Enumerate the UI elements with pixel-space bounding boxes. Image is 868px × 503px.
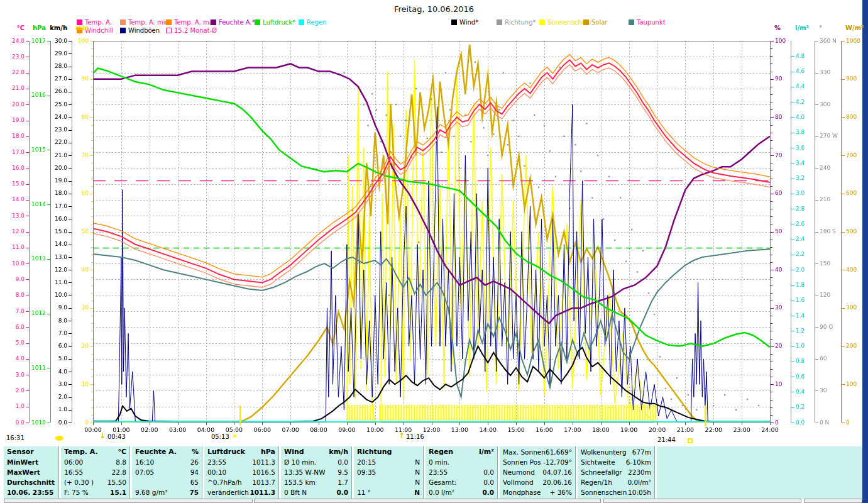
axis-tick-label: 120 [820,292,830,298]
axis-tick-label: 14.0 [1,197,25,202]
moonrise-time-label: 11:16 [406,433,424,440]
legend-swatch [166,28,172,33]
axis-tick-label: 18.0 [43,191,67,196]
axis-tick-label: 12.0 [1,229,25,235]
table-divider [129,446,130,499]
x-axis-tick [404,423,404,425]
axis-unit-min: min [65,25,89,31]
legend-item: Richtung* [497,19,536,26]
axis-tick-label: 300 [846,305,857,311]
x-axis-tick [459,423,460,425]
axis-tick [791,102,794,102]
sunset-time-label: 21:44 [657,436,676,443]
x-axis-tick [657,423,658,425]
axis-tick-label: 330 [820,70,830,75]
axis-minor-tick [91,392,93,392]
axis-minor-tick [91,87,93,87]
axis-tick [26,263,29,264]
axis-minor-tick [771,293,772,294]
table-cell: 15.50 [61,478,126,486]
axis-minor-tick [91,64,93,64]
moon-event-time-label: 16:31 [6,434,25,441]
axis-tick [69,219,72,219]
axis-tick-label: 210 [820,197,830,202]
axis-tick [90,79,93,80]
axis-unit-W/m²: W/m² [845,25,864,31]
axis-tick-label: 30.0 [43,38,67,44]
axis-tick-label: 11.0 [1,245,25,250]
axis-tick [791,270,794,270]
legend-label: Windböen [128,27,160,34]
table-cell: 61,669° [500,448,572,456]
table-cell: 1.7 [281,478,348,486]
legend-label: Taupunkt [637,19,666,26]
axis-minor-tick [771,255,772,255]
axis-minor-tick [91,102,93,102]
axis-tick-label: 1.4 [796,313,805,319]
axis-tick-label: 22.0 [1,70,25,75]
axis-tick-label: 0.0 [1,420,25,426]
table-cell: 04.07.16 [500,468,572,476]
axis-tick [791,407,794,408]
axis-tick [69,359,72,360]
axis-tick [69,168,72,169]
axis-tick-label: 0 [846,420,850,426]
axis-tick-label: 6.0 [43,343,67,349]
table-cell: 2230m [578,468,651,476]
axis-tick-label: 9.0 [43,305,67,311]
legend-label: Temp. A. [85,19,112,26]
axis-tick [47,150,50,150]
axis-tick [791,133,794,133]
x-axis-tick [206,423,207,425]
x-axis-label: 23:00 [728,426,755,433]
x-axis-label: 14:00 [474,426,502,433]
axis-minor-tick [91,148,93,148]
axis-minor-tick [771,87,772,87]
axis-minor-tick [771,331,772,331]
axis-tick [815,73,818,74]
axis-tick-label: 3.0 [1,372,25,378]
chart-canvas [93,41,770,423]
axis-tick-label: 16.0 [43,216,67,222]
axis-tick-label: 21.0 [1,86,25,91]
axis-tick-label: 17.0 [1,150,25,155]
axis-minor-tick [91,277,93,278]
axis-tick [791,56,794,57]
axis-tick-label: 20 [65,343,89,349]
axis-tick-label: 4.0 [43,369,67,375]
legend-swatch [497,19,502,25]
axis-tick [842,384,845,385]
axis-minor-tick [91,240,93,240]
axis-minor-tick [91,170,93,171]
axis-tick-label: 500 [846,229,857,235]
legend-item: Luftdruck* [255,19,295,26]
table-cell: 10.06. 23:55 [7,489,53,496]
axis-tick [842,79,845,80]
moonrise-time: 11:16 [406,433,424,440]
axis-tick-label: 60 [65,191,89,196]
axis-tick-label: 1.2 [796,328,805,334]
axis-tick-label: 40 [65,267,89,273]
axis-tick-label: 3.4 [796,160,805,166]
axis-tick [791,224,794,224]
axis-tick [26,359,29,360]
axis-tick [815,390,818,391]
x-axis-tick [150,423,150,425]
table-divider [202,446,202,499]
axis-minor-tick [771,369,772,370]
axis-tick-label: 4.6 [796,69,805,74]
table-cell: 9.5 [281,468,348,476]
axis-tick [26,184,29,185]
moonset-time-label: 00:43 [107,433,126,440]
axis-minor-tick [771,163,772,163]
x-axis-tick [713,423,714,425]
legend-swatch [451,19,457,25]
table-filler [657,446,862,499]
axis-tick-label: 180 S [820,229,836,235]
axis-tick-label: 3.6 [796,145,805,151]
axis-tick [771,41,774,41]
table-cell: Richtung [357,448,392,456]
legend-label: Feuchte A.* [219,19,255,26]
axis-minor-tick [91,140,93,141]
legend-label: 15.2 Monat-Ø [174,27,217,34]
